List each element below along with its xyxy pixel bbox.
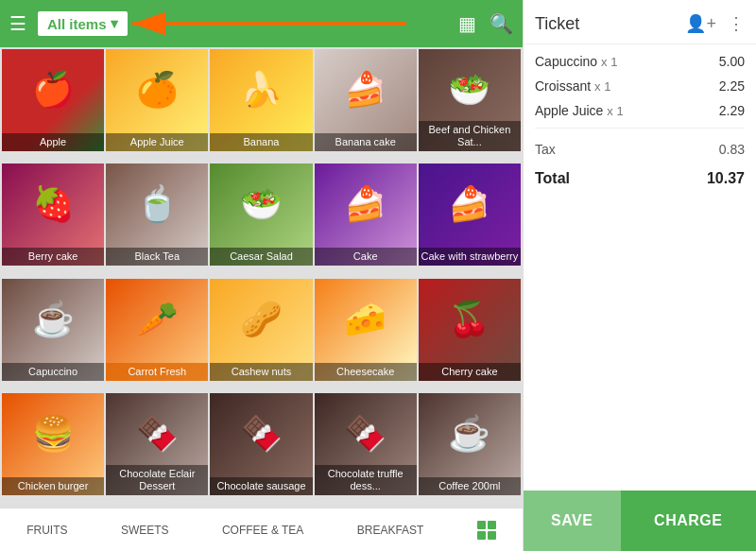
nav-breakfast[interactable]: BREAKFAST: [350, 520, 432, 541]
grid-view-icon: [477, 521, 496, 540]
apple-juice-label: Apple Juice: [106, 133, 208, 151]
apple-label: Apple: [2, 133, 104, 151]
nav-sweets[interactable]: SWEETS: [113, 520, 177, 541]
grid-item-cake[interactable]: 🍰Cake: [315, 164, 417, 266]
choco-sausage-label: Chocolate sausage: [210, 477, 312, 495]
grid-item-cashew-nuts[interactable]: 🥜Cashew nuts: [210, 279, 312, 381]
total-row: Total 10.37: [535, 170, 745, 187]
banana-label: Banana: [210, 133, 312, 151]
grid-item-cherry-cake[interactable]: 🍒Cherry cake: [419, 279, 521, 381]
capuccino-label: Capuccino: [2, 363, 104, 381]
cashew-nuts-image: 🥜: [210, 279, 312, 360]
carrot-fresh-image: 🥕: [106, 279, 208, 360]
item-capuccino-qty: x 1: [601, 55, 617, 69]
beef-chicken-label: Beef and Chicken Sat...: [419, 121, 521, 151]
ticket-title: Ticket: [535, 14, 579, 34]
barcode-icon[interactable]: ▦: [458, 12, 476, 35]
item-croissant-price: 2.25: [719, 78, 745, 94]
grid-item-choco-eclair[interactable]: 🍫Chocolate Eclair Dessert: [106, 393, 208, 495]
grid-item-cheesecake[interactable]: 🧀Cheesecake: [315, 279, 417, 381]
grid-item-caesar-salad[interactable]: 🥗Caesar Salad: [210, 164, 312, 266]
grid-item-banana[interactable]: 🍌Banana: [210, 49, 312, 151]
ticket-item-apple-juice: Apple Juice x 1 2.29: [535, 103, 745, 118]
cheesecake-label: Cheesecake: [315, 363, 417, 381]
ticket-item-capuccino: Capuccino x 1 5.00: [535, 54, 745, 69]
ticket-icons: 👤+ ⋮: [685, 13, 745, 34]
cherry-cake-image: 🍒: [419, 279, 521, 360]
apple-image: 🍎: [2, 49, 104, 130]
food-grid: 🍎Apple🍊Apple Juice🍌Banana🍰Banana cake🥗Be…: [0, 47, 523, 508]
grid-item-choco-truffle[interactable]: 🍫Chocolate truffle dess...: [315, 393, 417, 495]
grid-item-choco-sausage[interactable]: 🍫Chocolate sausage: [210, 393, 312, 495]
capuccino-image: ☕: [2, 279, 104, 360]
item-applejuice-name: Apple Juice x 1: [535, 103, 624, 118]
cake-image: 🍰: [315, 164, 417, 245]
nav-coffee-tea[interactable]: COFFEE & TEA: [215, 520, 311, 541]
hamburger-icon[interactable]: ☰: [9, 12, 26, 35]
more-options-icon[interactable]: ⋮: [728, 13, 745, 34]
banana-cake-label: Banana cake: [315, 133, 417, 151]
berry-cake-image: 🍓: [2, 164, 104, 245]
save-button[interactable]: SAVE: [524, 491, 621, 551]
item-croissant-qty: x 1: [594, 79, 610, 94]
tax-value: 0.83: [719, 142, 745, 157]
item-capuccino-price: 5.00: [719, 54, 745, 69]
coffee-200ml-image: ☕: [419, 393, 521, 474]
ticket-items: Capuccino x 1 5.00 Croissant x 1 2.25 Ap…: [524, 44, 756, 491]
grid-item-apple-juice[interactable]: 🍊Apple Juice: [106, 49, 208, 151]
item-applejuice-qty: x 1: [607, 104, 623, 118]
caesar-salad-label: Caesar Salad: [210, 248, 312, 266]
cherry-cake-label: Cherry cake: [419, 363, 521, 381]
total-value: 10.37: [707, 170, 745, 187]
tax-row: Tax 0.83: [535, 142, 745, 157]
grid-item-cake-strawberry[interactable]: 🍰Cake with strawberry: [419, 164, 521, 266]
banana-image: 🍌: [210, 49, 312, 130]
cake-strawberry-label: Cake with strawberry: [419, 248, 521, 266]
grid-item-capuccino[interactable]: ☕Capuccino: [2, 279, 104, 381]
black-tea-label: Black Tea: [106, 248, 208, 266]
choco-sausage-image: 🍫: [210, 393, 312, 474]
all-items-label: All items: [47, 16, 107, 32]
carrot-fresh-label: Carrot Fresh: [106, 363, 208, 381]
cake-strawberry-image: 🍰: [419, 164, 521, 245]
charge-button[interactable]: CHARGE: [621, 491, 757, 551]
chicken-burger-image: 🍔: [2, 393, 104, 474]
all-items-button[interactable]: All items ▾: [36, 9, 129, 38]
item-capuccino-name: Capuccino x 1: [535, 54, 617, 69]
left-panel: ☰ All items ▾ ▦ 🔍 🍎Apple🍊Apple Juice🍌Ban…: [0, 0, 523, 551]
item-croissant-name: Croissant x 1: [535, 78, 610, 94]
grid-item-coffee-200ml[interactable]: ☕Coffee 200ml: [419, 393, 521, 495]
cake-label: Cake: [315, 248, 417, 266]
header-right: ▦ 🔍: [458, 12, 513, 35]
black-tea-image: 🍵: [106, 164, 208, 245]
item-applejuice-price: 2.29: [719, 103, 745, 118]
apple-juice-image: 🍊: [106, 49, 208, 130]
choco-eclair-image: 🍫: [106, 393, 208, 474]
search-icon[interactable]: 🔍: [490, 12, 513, 35]
grid-item-beef-chicken[interactable]: 🥗Beef and Chicken Sat...: [419, 49, 521, 151]
grid-item-carrot-fresh[interactable]: 🥕Carrot Fresh: [106, 279, 208, 381]
banana-cake-image: 🍰: [315, 49, 417, 130]
dropdown-arrow-icon: ▾: [111, 15, 118, 32]
add-person-icon[interactable]: 👤+: [685, 13, 716, 34]
grid-item-chicken-burger[interactable]: 🍔Chicken burger: [2, 393, 104, 495]
header: ☰ All items ▾ ▦ 🔍: [0, 0, 523, 47]
tax-label: Tax: [535, 142, 556, 157]
grid-item-black-tea[interactable]: 🍵Black Tea: [106, 164, 208, 266]
choco-truffle-image: 🍫: [315, 393, 417, 474]
ticket-divider: [535, 128, 745, 129]
action-buttons: SAVE CHARGE: [524, 491, 756, 551]
right-panel: Ticket 👤+ ⋮ Capuccino x 1 5.00 Croissant…: [523, 0, 756, 551]
nav-grid-icon[interactable]: [470, 517, 504, 543]
nav-fruits[interactable]: FRUITS: [19, 520, 75, 541]
berry-cake-label: Berry cake: [2, 248, 104, 266]
choco-truffle-label: Chocolate truffle dess...: [315, 465, 417, 495]
grid-item-banana-cake[interactable]: 🍰Banana cake: [315, 49, 417, 151]
bottom-nav: FRUITS SWEETS COFFEE & TEA BREAKFAST: [0, 508, 523, 551]
caesar-salad-image: 🥗: [210, 164, 312, 245]
ticket-item-croissant: Croissant x 1 2.25: [535, 78, 745, 94]
total-label: Total: [535, 170, 570, 187]
grid-item-apple[interactable]: 🍎Apple: [2, 49, 104, 151]
cashew-nuts-label: Cashew nuts: [210, 363, 312, 381]
grid-item-berry-cake[interactable]: 🍓Berry cake: [2, 164, 104, 266]
